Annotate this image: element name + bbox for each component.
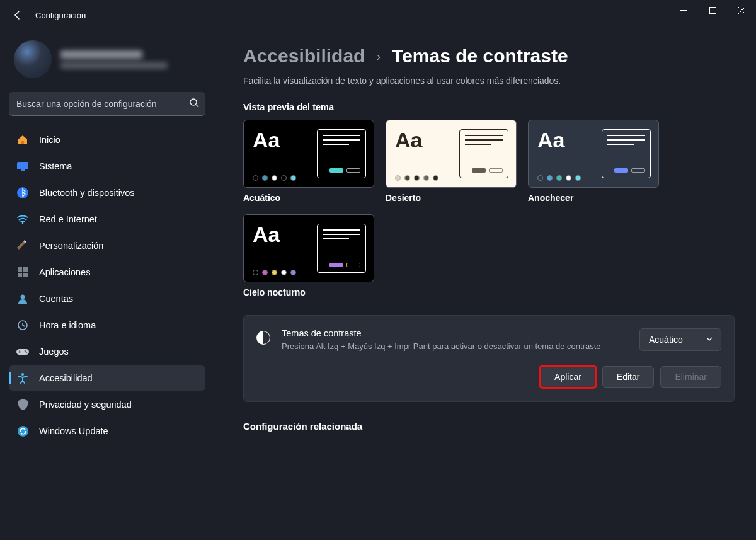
svg-point-18 (21, 373, 24, 376)
nav-item-a11y[interactable]: Accesibilidad (9, 365, 205, 391)
svg-point-16 (25, 350, 26, 352)
svg-point-17 (26, 352, 28, 353)
svg-rect-4 (21, 141, 24, 144)
nav-item-games[interactable]: Juegos (9, 339, 205, 364)
pers-icon (16, 239, 29, 252)
svg-rect-11 (18, 273, 22, 277)
preview-dots (253, 175, 311, 181)
dropdown-value: Acuático (649, 335, 683, 345)
home-icon (16, 134, 29, 146)
search-input[interactable] (16, 99, 189, 109)
a11y-icon (16, 372, 29, 384)
close-button[interactable] (727, 0, 756, 20)
nav-item-net[interactable]: Red e Internet (9, 207, 205, 232)
avatar (14, 40, 52, 78)
time-icon (16, 319, 29, 331)
nav-label: Hora e idioma (39, 320, 96, 330)
chevron-right-icon: › (376, 49, 381, 64)
theme-preview[interactable]: Aa (243, 214, 374, 282)
theme-label: Desierto (386, 193, 517, 203)
app-title: Configuración (35, 11, 86, 20)
nav-item-apps[interactable]: Aplicaciones (9, 260, 205, 285)
preview-aa: Aa (395, 129, 453, 151)
contrast-icon (256, 331, 270, 345)
theme-label: Cielo nocturno (243, 287, 374, 297)
theme-dropdown[interactable]: Acuático (639, 328, 721, 351)
preview-aa: Aa (253, 129, 311, 151)
preview-dots (395, 175, 453, 181)
svg-rect-5 (17, 162, 28, 169)
card-title: Temas de contraste (282, 328, 628, 338)
edit-button[interactable]: Editar (602, 366, 655, 388)
search-icon (189, 98, 199, 110)
nav-label: Bluetooth y dispositivos (39, 188, 135, 198)
breadcrumb: Accesibilidad › Temas de contraste (243, 45, 735, 67)
acct-icon (16, 292, 29, 305)
back-button[interactable] (5, 3, 30, 28)
nav-label: Privacidad y seguridad (39, 399, 132, 410)
chevron-down-icon (706, 335, 713, 345)
apps-icon (16, 266, 29, 279)
preview-aa: Aa (537, 129, 595, 151)
theme-1: AaDesierto (386, 120, 517, 203)
nav-label: Cuentas (39, 294, 73, 304)
svg-rect-6 (21, 169, 25, 171)
theme-label: Anochecer (528, 193, 659, 203)
svg-point-8 (22, 222, 24, 224)
preview-panel (459, 129, 508, 178)
theme-3: AaCielo nocturno (243, 214, 374, 297)
bt-icon (16, 187, 29, 199)
nav-item-priv[interactable]: Privacidad y seguridad (9, 392, 205, 417)
games-icon (16, 345, 29, 358)
breadcrumb-parent[interactable]: Accesibilidad (243, 45, 365, 67)
profile-email (60, 62, 168, 69)
nav-item-system[interactable]: Sistema (9, 154, 205, 179)
preview-dots (253, 270, 311, 275)
preview-panel (317, 129, 366, 178)
apply-button[interactable]: Aplicar (540, 366, 596, 388)
theme-preview[interactable]: Aa (386, 120, 517, 188)
nav-label: Red e Internet (39, 214, 97, 224)
profile-block[interactable] (9, 30, 205, 92)
nav-item-home[interactable]: Inicio (9, 127, 205, 152)
nav-label: Aplicaciones (39, 267, 90, 277)
svg-point-2 (190, 99, 197, 105)
nav-item-acct[interactable]: Cuentas (9, 286, 205, 311)
nav-label: Sistema (39, 161, 72, 171)
page-description: Facilita la visualización de texto y apl… (243, 76, 735, 86)
theme-preview[interactable]: Aa (243, 120, 374, 188)
nav-item-time[interactable]: Hora e idioma (9, 313, 205, 338)
svg-rect-12 (23, 273, 28, 277)
nav-item-pers[interactable]: Personalización (9, 233, 205, 258)
nav-label: Juegos (39, 347, 69, 357)
theme-preview[interactable]: Aa (528, 120, 659, 188)
net-icon (16, 213, 29, 226)
nav-label: Windows Update (39, 426, 108, 436)
svg-point-13 (21, 295, 25, 299)
nav-label: Personalización (39, 241, 103, 251)
nav-label: Inicio (39, 135, 60, 145)
svg-rect-1 (709, 7, 716, 13)
delete-button: Eliminar (660, 366, 721, 388)
svg-point-19 (18, 426, 28, 437)
wu-icon (16, 425, 29, 437)
theme-0: AaAcuático (243, 120, 374, 203)
svg-rect-10 (23, 267, 28, 272)
search-box[interactable] (9, 92, 205, 116)
theme-2: AaAnochecer (528, 120, 659, 203)
nav-item-bt[interactable]: Bluetooth y dispositivos (9, 180, 205, 205)
nav-label: Accesibilidad (39, 373, 93, 383)
preview-panel (602, 129, 651, 178)
maximize-button[interactable] (698, 0, 727, 20)
nav-item-wu[interactable]: Windows Update (9, 418, 205, 444)
svg-rect-9 (18, 267, 22, 272)
related-heading: Configuración relacionada (243, 421, 735, 432)
priv-icon (16, 398, 29, 411)
minimize-button[interactable] (669, 0, 698, 20)
preview-dots (537, 175, 595, 181)
preview-aa: Aa (253, 224, 311, 245)
theme-label: Acuático (243, 193, 374, 203)
svg-line-3 (196, 105, 198, 107)
preview-panel (317, 224, 366, 273)
contrast-card: Temas de contraste Presiona Alt Izq + Ma… (243, 315, 735, 402)
